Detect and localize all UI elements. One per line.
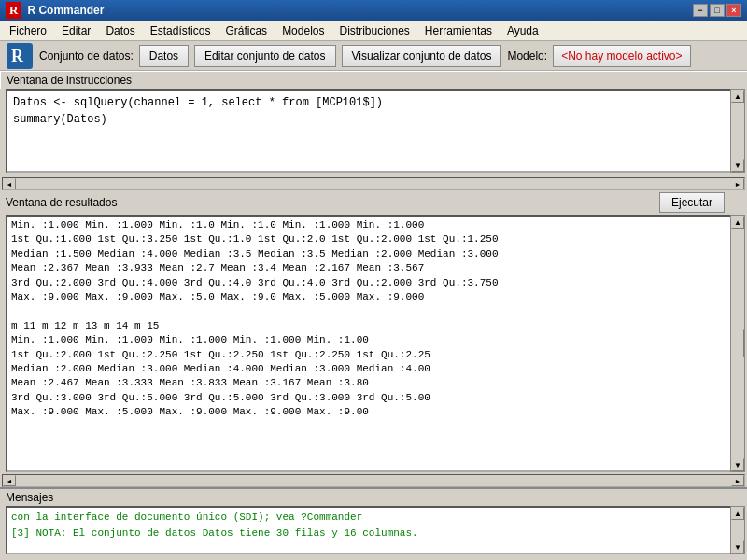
hscroll-left-btn[interactable]: ◄	[3, 178, 16, 189]
menu-graficas[interactable]: Gráficas	[218, 21, 275, 40]
result-line-2: 1st Qu.:1.000 1st Qu.:3.250 1st Qu.:1.0 …	[11, 232, 728, 246]
message-line-1: con la interface de documento único (SDI…	[11, 510, 728, 525]
results-hscroll[interactable]: ◄ ►	[2, 474, 745, 487]
msg-scroll-dn[interactable]: ▼	[731, 540, 744, 553]
r-logo: R	[6, 43, 34, 69]
results-scroll-thumb	[731, 329, 744, 357]
edit-dataset-btn[interactable]: Editar conjunto de datos	[194, 45, 335, 67]
results-header: Ventana de resultados	[4, 196, 119, 209]
result-line-3: Median :1.500 Median :4.000 Median :3.5 …	[11, 247, 728, 261]
minimize-button[interactable]: −	[693, 4, 708, 17]
result-line-headers: m_11 m_12 m_13 m_14 m_15	[11, 319, 728, 333]
result-line-blank	[11, 304, 728, 318]
app-icon: R	[6, 2, 21, 19]
messages-panel: Mensajes con la interface de documento ú…	[0, 487, 747, 560]
menu-estadisticos[interactable]: Estadísticos	[143, 21, 218, 40]
results-scroll-up[interactable]: ▲	[731, 216, 744, 229]
title-bar: R R Commander − □ ×	[0, 0, 747, 21]
instructions-panel: Ventana de instrucciones Datos <- sqlQue…	[0, 71, 747, 190]
main-content: Ventana de instrucciones Datos <- sqlQue…	[0, 71, 747, 560]
menu-editar[interactable]: Editar	[54, 21, 98, 40]
window-controls: − □ ×	[693, 4, 741, 17]
dataset-label: Conjunto de datos:	[39, 49, 134, 63]
result-line-12: Max. :9.000 Max. :5.000 Max. :9.000 Max.…	[11, 405, 728, 419]
messages-vscroll[interactable]: ▲ ▼	[730, 506, 745, 554]
messages-header: Mensajes	[0, 487, 747, 506]
app-title: R Commander	[27, 4, 104, 17]
message-line-2: [3] NOTA: El conjunto de datos Datos tie…	[11, 525, 728, 541]
model-label: Modelo:	[507, 49, 547, 63]
ejecutar-button[interactable]: Ejecutar	[659, 192, 725, 213]
result-line-4: Mean :2.367 Mean :3.933 Mean :2.7 Mean :…	[11, 261, 728, 275]
toolbar: R Conjunto de datos: Datos Editar conjun…	[0, 41, 747, 71]
menu-ayuda[interactable]: Ayuda	[500, 21, 546, 40]
svg-text:R: R	[11, 47, 24, 65]
hscroll-right-btn[interactable]: ►	[731, 178, 744, 189]
result-line-5: 3rd Qu.:2.000 3rd Qu.:4.000 3rd Qu.:4.0 …	[11, 276, 728, 290]
messages-text: con la interface de documento único (SDI…	[6, 506, 734, 554]
instructions-vscroll[interactable]: ▲ ▼	[730, 89, 745, 173]
result-line-7: Min. :1.000 Min. :1.000 Min. :1.000 Min.…	[11, 333, 728, 347]
menu-datos[interactable]: Datos	[98, 21, 142, 40]
menu-modelos[interactable]: Modelos	[275, 21, 331, 40]
scroll-up-btn[interactable]: ▲	[731, 90, 744, 103]
instructions-hscroll[interactable]: ◄ ►	[2, 177, 745, 190]
msg-scroll-up[interactable]: ▲	[731, 507, 744, 520]
menu-distribuciones[interactable]: Distribuciones	[331, 21, 416, 40]
results-text[interactable]: Min. :1.000 Min. :1.000 Min. :1.0 Min. :…	[6, 215, 734, 472]
scroll-down-btn[interactable]: ▼	[731, 159, 744, 172]
menu-bar: Fichero Editar Datos Estadísticos Gráfic…	[0, 21, 747, 41]
instructions-text[interactable]: Datos <- sqlQuery(channel = 1, select * …	[6, 89, 734, 173]
results-vscroll[interactable]: ▲ ▼	[730, 215, 745, 472]
dataset-name-btn[interactable]: Datos	[139, 45, 189, 67]
menu-fichero[interactable]: Fichero	[2, 21, 54, 40]
title-text: R R Commander	[6, 2, 693, 19]
results-scroll-down[interactable]: ▼	[731, 458, 744, 471]
result-line-6: Max. :9.000 Max. :9.000 Max. :5.0 Max. :…	[11, 290, 728, 304]
view-dataset-btn[interactable]: Visualizar conjunto de datos	[342, 45, 502, 67]
model-value: <No hay modelo activo>	[553, 45, 690, 67]
result-line-10: Mean :2.467 Mean :3.333 Mean :3.833 Mean…	[11, 376, 728, 390]
instructions-header: Ventana de instrucciones	[0, 71, 747, 89]
maximize-button[interactable]: □	[710, 4, 725, 17]
results-panel: Ventana de resultados Ejecutar Min. :1.0…	[0, 190, 747, 487]
results-hscroll-right[interactable]: ►	[731, 475, 744, 486]
result-line-8: 1st Qu.:2.000 1st Qu.:2.250 1st Qu.:2.25…	[11, 348, 728, 362]
close-button[interactable]: ×	[726, 4, 741, 17]
messages-header-label: Mensajes	[6, 491, 53, 504]
results-header-row: Ventana de resultados Ejecutar	[0, 190, 747, 215]
result-line-11: 3rd Qu.:3.000 3rd Qu.:5.000 3rd Qu.:5.00…	[11, 391, 728, 405]
result-line-1: Min. :1.000 Min. :1.000 Min. :1.0 Min. :…	[11, 218, 728, 232]
result-line-9: Median :2.000 Median :3.000 Median :4.00…	[11, 362, 728, 376]
results-hscroll-left[interactable]: ◄	[3, 475, 16, 486]
menu-herramientas[interactable]: Herramientas	[417, 21, 500, 40]
